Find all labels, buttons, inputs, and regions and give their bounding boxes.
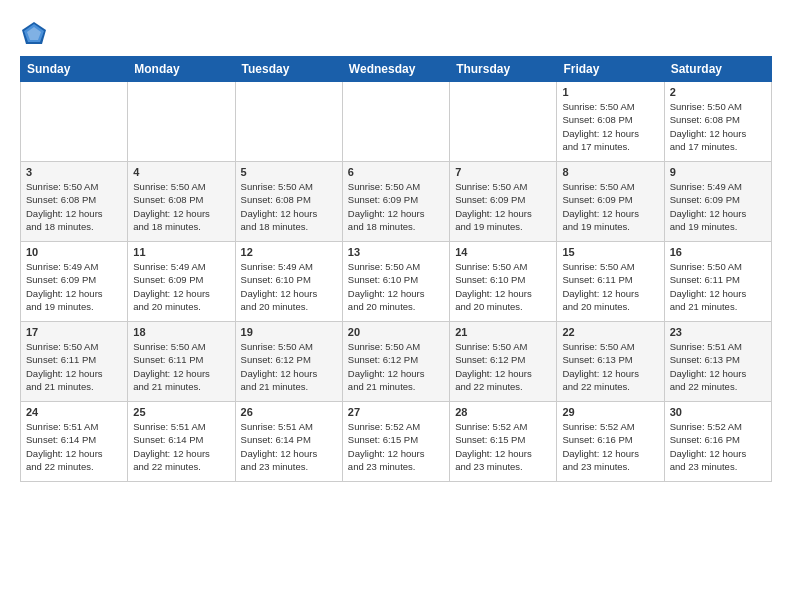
day-number: 27	[348, 406, 444, 418]
calendar-week-4: 17Sunrise: 5:50 AM Sunset: 6:11 PM Dayli…	[21, 322, 772, 402]
day-number: 30	[670, 406, 766, 418]
calendar-cell: 23Sunrise: 5:51 AM Sunset: 6:13 PM Dayli…	[664, 322, 771, 402]
day-number: 14	[455, 246, 551, 258]
calendar-cell: 2Sunrise: 5:50 AM Sunset: 6:08 PM Daylig…	[664, 82, 771, 162]
day-info: Sunrise: 5:49 AM Sunset: 6:09 PM Dayligh…	[26, 260, 122, 313]
calendar-cell: 25Sunrise: 5:51 AM Sunset: 6:14 PM Dayli…	[128, 402, 235, 482]
calendar-cell: 22Sunrise: 5:50 AM Sunset: 6:13 PM Dayli…	[557, 322, 664, 402]
calendar-cell: 12Sunrise: 5:49 AM Sunset: 6:10 PM Dayli…	[235, 242, 342, 322]
calendar-cell	[342, 82, 449, 162]
calendar-cell: 28Sunrise: 5:52 AM Sunset: 6:15 PM Dayli…	[450, 402, 557, 482]
day-number: 25	[133, 406, 229, 418]
day-number: 22	[562, 326, 658, 338]
day-header-sunday: Sunday	[21, 57, 128, 82]
day-info: Sunrise: 5:50 AM Sunset: 6:12 PM Dayligh…	[348, 340, 444, 393]
day-info: Sunrise: 5:50 AM Sunset: 6:09 PM Dayligh…	[562, 180, 658, 233]
day-number: 11	[133, 246, 229, 258]
calendar-cell: 10Sunrise: 5:49 AM Sunset: 6:09 PM Dayli…	[21, 242, 128, 322]
day-number: 16	[670, 246, 766, 258]
day-number: 18	[133, 326, 229, 338]
day-info: Sunrise: 5:52 AM Sunset: 6:15 PM Dayligh…	[348, 420, 444, 473]
day-info: Sunrise: 5:50 AM Sunset: 6:13 PM Dayligh…	[562, 340, 658, 393]
calendar-cell: 5Sunrise: 5:50 AM Sunset: 6:08 PM Daylig…	[235, 162, 342, 242]
day-info: Sunrise: 5:50 AM Sunset: 6:12 PM Dayligh…	[455, 340, 551, 393]
day-number: 1	[562, 86, 658, 98]
day-info: Sunrise: 5:50 AM Sunset: 6:08 PM Dayligh…	[670, 100, 766, 153]
day-number: 29	[562, 406, 658, 418]
calendar-week-3: 10Sunrise: 5:49 AM Sunset: 6:09 PM Dayli…	[21, 242, 772, 322]
day-info: Sunrise: 5:50 AM Sunset: 6:11 PM Dayligh…	[562, 260, 658, 313]
day-info: Sunrise: 5:50 AM Sunset: 6:10 PM Dayligh…	[455, 260, 551, 313]
day-info: Sunrise: 5:52 AM Sunset: 6:16 PM Dayligh…	[670, 420, 766, 473]
day-number: 12	[241, 246, 337, 258]
calendar-cell: 26Sunrise: 5:51 AM Sunset: 6:14 PM Dayli…	[235, 402, 342, 482]
calendar-cell: 8Sunrise: 5:50 AM Sunset: 6:09 PM Daylig…	[557, 162, 664, 242]
calendar-cell	[450, 82, 557, 162]
day-info: Sunrise: 5:52 AM Sunset: 6:16 PM Dayligh…	[562, 420, 658, 473]
day-number: 17	[26, 326, 122, 338]
day-info: Sunrise: 5:50 AM Sunset: 6:10 PM Dayligh…	[348, 260, 444, 313]
day-info: Sunrise: 5:49 AM Sunset: 6:10 PM Dayligh…	[241, 260, 337, 313]
logo	[20, 20, 52, 48]
day-number: 10	[26, 246, 122, 258]
day-number: 9	[670, 166, 766, 178]
day-number: 2	[670, 86, 766, 98]
day-header-monday: Monday	[128, 57, 235, 82]
calendar-cell: 18Sunrise: 5:50 AM Sunset: 6:11 PM Dayli…	[128, 322, 235, 402]
logo-icon	[20, 20, 48, 48]
calendar-week-2: 3Sunrise: 5:50 AM Sunset: 6:08 PM Daylig…	[21, 162, 772, 242]
calendar-cell: 27Sunrise: 5:52 AM Sunset: 6:15 PM Dayli…	[342, 402, 449, 482]
day-number: 21	[455, 326, 551, 338]
calendar-cell	[128, 82, 235, 162]
day-info: Sunrise: 5:51 AM Sunset: 6:14 PM Dayligh…	[133, 420, 229, 473]
day-info: Sunrise: 5:50 AM Sunset: 6:11 PM Dayligh…	[26, 340, 122, 393]
calendar-cell: 13Sunrise: 5:50 AM Sunset: 6:10 PM Dayli…	[342, 242, 449, 322]
calendar-cell	[21, 82, 128, 162]
calendar-cell: 14Sunrise: 5:50 AM Sunset: 6:10 PM Dayli…	[450, 242, 557, 322]
day-info: Sunrise: 5:51 AM Sunset: 6:14 PM Dayligh…	[241, 420, 337, 473]
day-header-thursday: Thursday	[450, 57, 557, 82]
day-info: Sunrise: 5:50 AM Sunset: 6:09 PM Dayligh…	[455, 180, 551, 233]
day-header-saturday: Saturday	[664, 57, 771, 82]
day-number: 15	[562, 246, 658, 258]
day-info: Sunrise: 5:50 AM Sunset: 6:08 PM Dayligh…	[562, 100, 658, 153]
day-number: 4	[133, 166, 229, 178]
calendar: SundayMondayTuesdayWednesdayThursdayFrid…	[20, 56, 772, 482]
calendar-cell: 6Sunrise: 5:50 AM Sunset: 6:09 PM Daylig…	[342, 162, 449, 242]
day-header-wednesday: Wednesday	[342, 57, 449, 82]
calendar-cell: 3Sunrise: 5:50 AM Sunset: 6:08 PM Daylig…	[21, 162, 128, 242]
day-number: 3	[26, 166, 122, 178]
day-info: Sunrise: 5:50 AM Sunset: 6:11 PM Dayligh…	[133, 340, 229, 393]
calendar-cell: 29Sunrise: 5:52 AM Sunset: 6:16 PM Dayli…	[557, 402, 664, 482]
day-number: 6	[348, 166, 444, 178]
calendar-cell: 21Sunrise: 5:50 AM Sunset: 6:12 PM Dayli…	[450, 322, 557, 402]
calendar-cell: 16Sunrise: 5:50 AM Sunset: 6:11 PM Dayli…	[664, 242, 771, 322]
day-info: Sunrise: 5:50 AM Sunset: 6:08 PM Dayligh…	[241, 180, 337, 233]
calendar-week-1: 1Sunrise: 5:50 AM Sunset: 6:08 PM Daylig…	[21, 82, 772, 162]
day-info: Sunrise: 5:51 AM Sunset: 6:13 PM Dayligh…	[670, 340, 766, 393]
calendar-cell: 11Sunrise: 5:49 AM Sunset: 6:09 PM Dayli…	[128, 242, 235, 322]
day-number: 24	[26, 406, 122, 418]
calendar-cell: 24Sunrise: 5:51 AM Sunset: 6:14 PM Dayli…	[21, 402, 128, 482]
day-number: 26	[241, 406, 337, 418]
header	[20, 16, 772, 48]
day-info: Sunrise: 5:50 AM Sunset: 6:09 PM Dayligh…	[348, 180, 444, 233]
calendar-cell: 4Sunrise: 5:50 AM Sunset: 6:08 PM Daylig…	[128, 162, 235, 242]
calendar-cell: 20Sunrise: 5:50 AM Sunset: 6:12 PM Dayli…	[342, 322, 449, 402]
day-header-tuesday: Tuesday	[235, 57, 342, 82]
calendar-cell: 7Sunrise: 5:50 AM Sunset: 6:09 PM Daylig…	[450, 162, 557, 242]
day-number: 13	[348, 246, 444, 258]
calendar-cell: 1Sunrise: 5:50 AM Sunset: 6:08 PM Daylig…	[557, 82, 664, 162]
day-number: 8	[562, 166, 658, 178]
day-info: Sunrise: 5:50 AM Sunset: 6:11 PM Dayligh…	[670, 260, 766, 313]
day-number: 19	[241, 326, 337, 338]
day-info: Sunrise: 5:49 AM Sunset: 6:09 PM Dayligh…	[133, 260, 229, 313]
day-number: 5	[241, 166, 337, 178]
day-number: 28	[455, 406, 551, 418]
page-container: SundayMondayTuesdayWednesdayThursdayFrid…	[0, 0, 792, 492]
day-info: Sunrise: 5:50 AM Sunset: 6:12 PM Dayligh…	[241, 340, 337, 393]
day-number: 20	[348, 326, 444, 338]
calendar-cell	[235, 82, 342, 162]
calendar-cell: 9Sunrise: 5:49 AM Sunset: 6:09 PM Daylig…	[664, 162, 771, 242]
day-info: Sunrise: 5:50 AM Sunset: 6:08 PM Dayligh…	[133, 180, 229, 233]
